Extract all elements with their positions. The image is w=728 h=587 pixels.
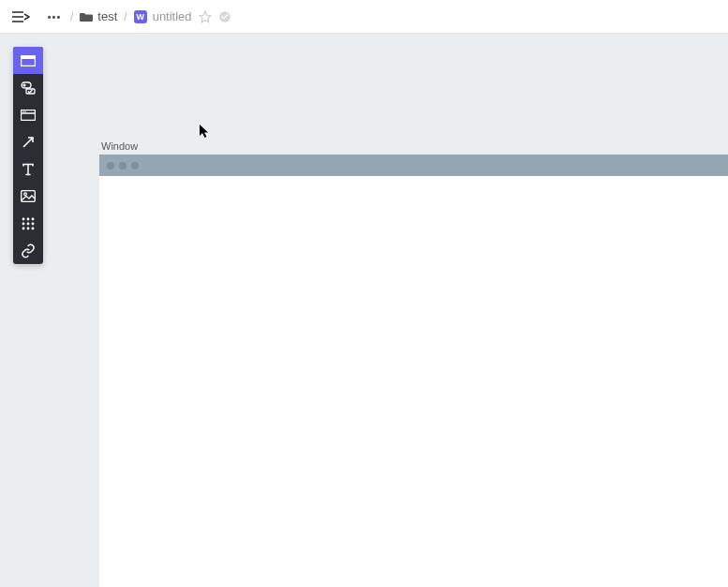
controls-icon	[21, 81, 36, 95]
sync-check-icon	[218, 10, 231, 23]
svg-line-14	[23, 138, 33, 147]
menu-toggle-button[interactable]	[9, 6, 32, 28]
toolbox	[13, 47, 43, 264]
breadcrumb-separator: /	[124, 10, 126, 23]
traffic-light-minimize-icon	[119, 162, 126, 169]
link-icon	[21, 243, 36, 258]
text-tool[interactable]	[13, 155, 43, 183]
traffic-light-zoom-icon	[131, 162, 139, 169]
browser-icon	[21, 110, 36, 121]
image-icon	[21, 190, 36, 202]
svg-point-25	[32, 227, 35, 229]
svg-point-17	[22, 217, 25, 220]
browser-tool[interactable]	[13, 101, 43, 128]
svg-point-12	[22, 110, 23, 111]
breadcrumb: ••• / test / W untitled	[45, 9, 231, 23]
breadcrumb-separator: /	[70, 10, 73, 23]
grid-tool[interactable]	[13, 210, 43, 237]
breadcrumb-document[interactable]: W untitled	[134, 9, 192, 23]
star-icon	[199, 10, 212, 23]
topbar: ••• / test / W untitled	[0, 0, 728, 34]
canvas-area[interactable]: Window	[0, 34, 728, 587]
text-icon	[22, 163, 35, 176]
svg-point-22	[32, 222, 35, 225]
favorite-star-button[interactable]	[199, 10, 212, 23]
arrow-tool[interactable]	[13, 128, 43, 155]
design-window-frame[interactable]	[99, 154, 728, 587]
design-window-label: Window	[99, 140, 728, 152]
sync-status-button[interactable]	[218, 10, 231, 23]
svg-point-21	[27, 222, 30, 225]
svg-point-23	[22, 227, 25, 229]
svg-marker-3	[200, 11, 211, 22]
breadcrumb-folder[interactable]: test	[80, 9, 117, 23]
window-icon	[21, 55, 36, 66]
document-type-badge: W	[134, 10, 147, 23]
arrow-icon	[21, 135, 36, 150]
design-window-titlebar[interactable]	[99, 154, 728, 176]
folder-icon	[80, 11, 93, 22]
svg-point-19	[32, 217, 35, 220]
hamburger-arrow-icon	[11, 10, 30, 23]
link-tool[interactable]	[13, 237, 43, 264]
svg-point-18	[27, 217, 30, 220]
window-tool[interactable]	[13, 47, 43, 74]
breadcrumb-folder-label: test	[97, 9, 117, 23]
svg-point-8	[22, 83, 25, 86]
svg-rect-6	[22, 55, 36, 59]
mouse-cursor-icon	[199, 124, 210, 141]
document-title: untitled	[153, 9, 192, 23]
controls-tool[interactable]	[13, 74, 43, 101]
grid-icon	[22, 217, 35, 230]
svg-point-13	[25, 110, 26, 111]
image-tool[interactable]	[13, 183, 43, 210]
svg-point-24	[27, 227, 30, 229]
svg-point-20	[22, 222, 25, 225]
design-window[interactable]: Window	[99, 140, 728, 587]
svg-point-16	[24, 193, 27, 196]
traffic-light-close-icon	[107, 162, 114, 169]
breadcrumb-ellipsis[interactable]: •••	[45, 11, 64, 22]
